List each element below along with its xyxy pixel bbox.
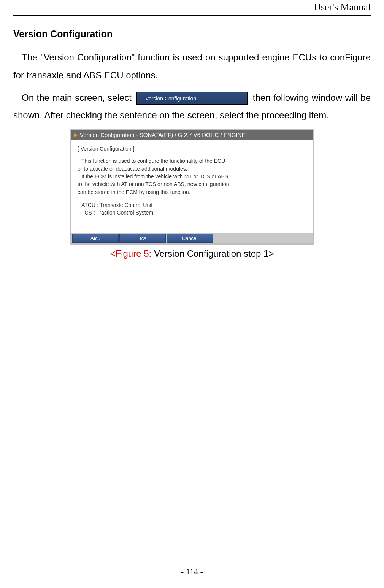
page-header: User's Manual — [13, 0, 371, 16]
atcu-button[interactable]: Atcu — [72, 234, 119, 243]
window-buttonbar: Atcu Tcs Cancel — [71, 233, 313, 243]
version-configuration-button[interactable]: Version Configuration — [136, 92, 248, 105]
window-heading: [ Version Configuration ] — [78, 145, 306, 153]
paragraph-1: The "Version Configuration" function is … — [13, 49, 371, 84]
body-line-4: can be stored in the ECM by using this f… — [78, 188, 306, 196]
tcs-button[interactable]: Tcs — [119, 234, 166, 243]
figure-caption: <Figure 5: Version Configuration step 1> — [13, 248, 371, 259]
body-line-0: This function is used to configure the f… — [81, 157, 306, 165]
caption-rest: Version Configuration step 1> — [154, 248, 274, 259]
header-title: User's Manual — [314, 2, 371, 13]
window-body: [ Version Configuration ] This function … — [71, 140, 313, 233]
caption-prefix: <Figure 5: — [110, 248, 154, 259]
body-line-1: or to activate or deactivate additional … — [78, 165, 306, 173]
cancel-button[interactable]: Cancel — [167, 234, 213, 243]
titlebar-arrow-icon: ▶ — [74, 132, 78, 138]
para2-before: On the main screen, select — [22, 92, 134, 103]
paragraph-2: On the main screen, select Version Confi… — [13, 89, 371, 125]
titlebar-text: Version Configuration - SONATA(EF) / G 2… — [80, 132, 245, 138]
window-titlebar: ▶ Version Configuration - SONATA(EF) / G… — [71, 130, 313, 140]
body-line-7: TCS : Traction Control System — [81, 209, 306, 216]
body-line-6: ATCU : Transaxle Control Unit — [81, 201, 306, 209]
body-line-3: to the vehicle with AT or non TCS or non… — [78, 180, 306, 188]
body-line-2: If the ECM is installed from the vehicle… — [81, 173, 306, 180]
section-title: Version Configuration — [13, 29, 371, 40]
screenshot-window: ▶ Version Configuration - SONATA(EF) / G… — [70, 129, 314, 245]
page-number: - 114 - — [0, 567, 384, 577]
body-spacer — [78, 196, 306, 201]
